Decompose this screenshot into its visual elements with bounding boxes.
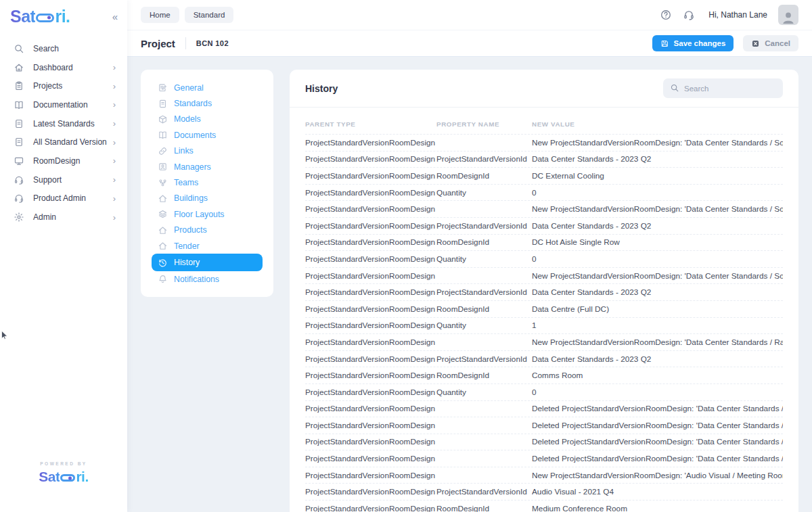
close-icon [751, 39, 760, 48]
house-icon [158, 225, 168, 235]
history-table-row: ProjectStandardVersionRoomDesign New Pro… [305, 467, 783, 484]
parent-type-cell: ProjectStandardVersionRoomDesign [305, 321, 436, 330]
subnav-item-general[interactable]: General [152, 80, 263, 95]
chevron-right-icon: › [113, 174, 116, 185]
new-value-cell: 0 [532, 254, 783, 264]
new-value-cell: 0 [532, 188, 783, 197]
new-value-cell: New ProjectStandardVersionRoomDesign: 'A… [532, 471, 783, 480]
subnav-item-links[interactable]: Links [152, 143, 263, 159]
sidebar-item-label: Documentation [33, 100, 88, 110]
sidebar-item-support[interactable]: Support › [0, 170, 127, 189]
subnav-item-managers[interactable]: Managers [152, 159, 263, 174]
subnav-item-documents[interactable]: Documents [152, 127, 263, 143]
new-value-cell: Audio Visual - 2021 Q4 [532, 487, 783, 496]
gear-icon [14, 212, 24, 223]
history-table-row: ProjectStandardVersionRoomDesign RoomDes… [305, 501, 783, 512]
subnav-item-floor-layouts[interactable]: Floor Layouts [152, 206, 263, 222]
history-table-row: ProjectStandardVersionRoomDesign RoomDes… [305, 235, 783, 252]
parent-type-cell: ProjectStandardVersionRoomDesign [305, 487, 436, 496]
new-value-cell: Data Center Standards - 2023 Q2 [532, 154, 783, 164]
sidebar-item-projects[interactable]: Projects › [0, 76, 127, 95]
topbar-tab-standard[interactable]: Standard [185, 7, 234, 23]
sidebar-item-documentation[interactable]: Documentation › [0, 95, 127, 114]
new-value-cell: Deleted ProjectStandardVersionRoomDesign… [532, 404, 783, 413]
property-name-cell: ProjectStandardVersionId [436, 287, 532, 297]
sidebar-item-dashboard[interactable]: Dashboard › [0, 58, 127, 77]
subnav-item-teams[interactable]: Teams [152, 174, 263, 190]
save-changes-button[interactable]: Save changes [652, 35, 734, 51]
history-table-row: ProjectStandardVersionRoomDesign Deleted… [305, 401, 783, 418]
sidebar-item-all-standard-version[interactable]: All Standard Version › [0, 133, 127, 152]
sidebar-item-label: Support [33, 175, 62, 185]
history-header: History [290, 70, 798, 108]
subnav-item-label: Floor Layouts [174, 210, 225, 219]
parent-type-cell: ProjectStandardVersionRoomDesign [305, 171, 436, 181]
subnav-item-tender[interactable]: Tender [152, 238, 263, 254]
chevron-right-icon: › [113, 99, 116, 110]
sidebar-item-search[interactable]: Search › [0, 39, 127, 58]
parent-type-cell: ProjectStandardVersionRoomDesign [305, 454, 436, 463]
collapse-sidebar-icon[interactable]: « [112, 11, 118, 22]
history-table-row: ProjectStandardVersionRoomDesign Quantit… [305, 185, 783, 202]
id-card-icon [158, 162, 168, 172]
new-value-cell: New ProjectStandardVersionRoomDesign: 'D… [532, 271, 783, 281]
property-name-cell: Quantity [436, 188, 532, 197]
divider [185, 37, 186, 49]
subnav-item-products[interactable]: Products [152, 223, 263, 238]
property-name-cell: RoomDesignId [436, 371, 532, 380]
sidebar-item-latest-standards[interactable]: Latest Standards › [0, 114, 127, 133]
document-icon [14, 118, 24, 129]
sidebar-item-admin[interactable]: Admin › [0, 208, 127, 227]
subnav-item-notifications[interactable]: Notifications [152, 271, 263, 287]
sidebar-item-label: Latest Standards [33, 119, 95, 129]
parent-type-cell: ProjectStandardVersionRoomDesign [305, 471, 436, 480]
sidebar-item-product-admin[interactable]: Product Admin › [0, 189, 127, 208]
sidebar-item-label: RoomDesign [33, 156, 80, 166]
layers-icon [158, 209, 168, 219]
history-table-row: ProjectStandardVersionRoomDesign Quantit… [305, 318, 783, 335]
search-icon [14, 43, 24, 54]
history-table-body: ProjectStandardVersionRoomDesign New Pro… [305, 135, 783, 512]
new-value-cell: DC Hot Aisle Single Row [532, 237, 783, 247]
document-icon [14, 137, 24, 147]
subnav-item-models[interactable]: Models [152, 112, 263, 127]
parent-type-cell: ProjectStandardVersionRoomDesign [305, 388, 436, 397]
sidebar-header: Sat ri. « [0, 0, 127, 32]
subnav-item-buildings[interactable]: Buildings [152, 191, 263, 206]
mouse-cursor-icon [0, 330, 9, 341]
team-icon [158, 178, 168, 188]
new-value-cell: Data Center Standards - 2023 Q2 [532, 287, 783, 297]
subnav-item-history[interactable]: History [152, 254, 263, 271]
headset-icon[interactable] [683, 9, 695, 21]
person-icon [780, 9, 796, 25]
topbar-tab-home[interactable]: Home [141, 7, 179, 23]
sidebar-item-roomdesign[interactable]: RoomDesign › [0, 152, 127, 170]
new-value-cell: Deleted ProjectStandardVersionRoomDesign… [532, 421, 783, 430]
parent-type-cell: ProjectStandardVersionRoomDesign [305, 437, 436, 446]
search-input[interactable] [663, 78, 783, 98]
column-new-value: NEW VALUE [532, 120, 783, 128]
new-value-cell: Deleted ProjectStandardVersionRoomDesign… [532, 454, 783, 463]
link-icon [158, 146, 168, 156]
property-name-cell: ProjectStandardVersionId [436, 487, 532, 496]
new-value-cell: Data Center Standards - 2023 Q2 [532, 354, 783, 364]
project-bar: Project BCN 102 Save changes Cancel [127, 30, 812, 57]
parent-type-cell: ProjectStandardVersionRoomDesign [305, 254, 436, 264]
history-table-row: ProjectStandardVersionRoomDesign Deleted… [305, 434, 783, 451]
new-value-cell: New ProjectStandardVersionRoomDesign: 'D… [532, 204, 783, 214]
parent-type-cell: ProjectStandardVersionRoomDesign [305, 154, 436, 164]
project-subnav-panel: General Standards Models Documents [141, 70, 273, 297]
sidebar-item-label: Projects [33, 81, 62, 91]
help-icon[interactable] [660, 9, 672, 21]
subnav-item-label: Documents [174, 131, 216, 140]
cancel-button[interactable]: Cancel [743, 35, 798, 51]
column-property-name: PROPERTY NAME [436, 120, 532, 128]
avatar[interactable] [778, 5, 798, 25]
satori-logo: Sat ri. [10, 7, 70, 26]
subnav-item-label: Products [174, 225, 207, 235]
parent-type-cell: ProjectStandardVersionRoomDesign [305, 338, 436, 347]
history-table-row: ProjectStandardVersionRoomDesign Project… [305, 284, 783, 301]
subnav-item-label: Managers [174, 162, 211, 172]
subnav-item-standards[interactable]: Standards [152, 95, 263, 111]
bell-icon [158, 274, 168, 284]
